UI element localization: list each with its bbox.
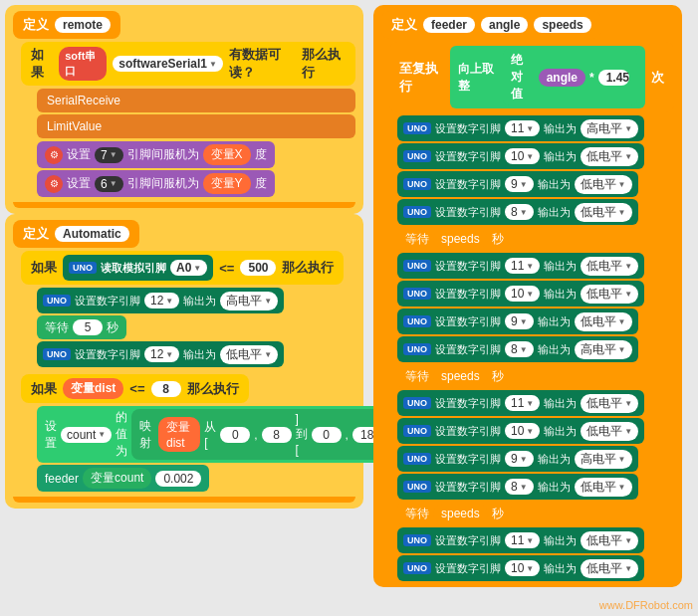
high-dd[interactable]: 高电平 xyxy=(220,292,278,310)
r4-pin10-dd[interactable]: 10 xyxy=(505,560,540,576)
r3-level9-dd[interactable]: 高电平 xyxy=(575,450,632,469)
r2-pin9-low: UNO 设置数字引脚 9 输出为 低电平 xyxy=(397,308,638,334)
pin12-dd[interactable]: 12 xyxy=(144,293,179,308)
set-dig-12b: 设置数字引脚 xyxy=(75,347,140,362)
r1-pin9-low: UNO 设置数字引脚 9 输出为 低电平 xyxy=(397,171,638,197)
wait1-label: 等待 xyxy=(405,231,429,248)
mult-val[interactable]: 1.45 xyxy=(598,70,629,86)
uno-icon-3: UNO xyxy=(43,348,71,360)
r2-level10-dd[interactable]: 低电平 xyxy=(581,285,638,304)
r2-level8-dd[interactable]: 高电平 xyxy=(575,340,632,359)
count-dd[interactable]: count xyxy=(61,427,112,443)
servo-mid-1: 引脚间服机为 xyxy=(127,146,199,163)
then-label: 那么执行 xyxy=(302,46,346,82)
if2-label: 如果 xyxy=(31,380,57,398)
wait-label-1: 等待 xyxy=(45,319,69,336)
uno-r3-3: UNO xyxy=(403,453,431,465)
to-0[interactable]: 0 xyxy=(312,427,342,443)
a0-dropdown[interactable]: A0 xyxy=(170,260,207,276)
angle-name[interactable]: angle xyxy=(481,17,528,33)
feeder-section: 定义 feeder angle speeds 至复执行 向上取整 绝对值 ang… xyxy=(373,5,682,587)
r3-pin8-dd[interactable]: 8 xyxy=(505,479,534,495)
r3-level11-dd[interactable]: 低电平 xyxy=(581,394,638,413)
sec2: 秒 xyxy=(492,368,504,385)
servo-icon-2: ⚙ xyxy=(45,175,63,193)
abs-label: 绝对值 xyxy=(511,52,535,103)
r3-pin9-dd[interactable]: 9 xyxy=(505,451,534,467)
feeder-name[interactable]: feeder xyxy=(423,17,475,33)
r4-level11-dd[interactable]: 低电平 xyxy=(581,531,638,550)
uno-r1-3: UNO xyxy=(403,178,431,190)
val-500[interactable]: 500 xyxy=(240,260,276,276)
r3-pin10-low: UNO 设置数字引脚 10 输出为 低电平 xyxy=(397,418,644,444)
watermark: www.DFRobot.com xyxy=(599,599,693,611)
r4-level10-dd[interactable]: 低电平 xyxy=(581,559,638,578)
wait3-label: 等待 xyxy=(405,506,429,522)
mult: * xyxy=(589,71,594,85)
serial-port-dropdown[interactable]: softwareSerial1 xyxy=(113,56,223,72)
repeat-label: 至复执行 xyxy=(399,60,444,96)
r1-pin11-dd[interactable]: 11 xyxy=(505,120,540,136)
val-0002[interactable]: 0.002 xyxy=(155,471,201,487)
r4-pin11-dd[interactable]: 11 xyxy=(505,532,540,548)
val-8[interactable]: 8 xyxy=(151,381,181,397)
repeat-block: 至复执行 向上取整 绝对值 angle * 1.45 次 xyxy=(389,42,674,112)
r1-pin10-dd[interactable]: 10 xyxy=(505,148,540,164)
uno-r1-2: UNO xyxy=(403,150,431,162)
servo-pin-2[interactable]: 6 xyxy=(95,176,123,192)
wait-speeds-3: 等待 speeds 秒 xyxy=(397,502,512,525)
r1-pin11-high: UNO 设置数字引脚 11 输出为 高电平 xyxy=(397,115,644,141)
angle-var-pill: angle xyxy=(539,69,585,87)
r3-level10-dd[interactable]: 低电平 xyxy=(581,422,638,441)
serial-receive-block: SerialReceive xyxy=(37,89,355,112)
output-low-label: 输出为 xyxy=(183,347,216,362)
automatic-name[interactable]: Automatic xyxy=(55,226,129,242)
r2-level11-dd[interactable]: 低电平 xyxy=(581,257,638,276)
r1-level11-dd[interactable]: 高电平 xyxy=(581,119,638,138)
servo-pin-1[interactable]: 7 xyxy=(95,147,123,163)
var-dist2-pill: 变量dist xyxy=(158,417,200,452)
speeds-name[interactable]: speeds xyxy=(534,17,590,33)
uno-r1-4: UNO xyxy=(403,206,431,218)
set-dig-12: 设置数字引脚 xyxy=(75,294,140,308)
pin12b-dd[interactable]: 12 xyxy=(144,346,179,362)
r1-pin9-dd[interactable]: 9 xyxy=(505,176,534,192)
serial-receive-label: SerialReceive xyxy=(47,94,120,107)
uno-r4-2: UNO xyxy=(403,562,431,574)
r2-pin8-dd[interactable]: 8 xyxy=(505,341,534,357)
ceil-block: 向上取整 绝对值 angle * 1.45 xyxy=(450,46,645,108)
from-label: 从[ xyxy=(204,419,216,450)
r1-level8-dd[interactable]: 低电平 xyxy=(575,203,632,222)
uno-r2-4: UNO xyxy=(403,343,431,355)
feeder-label: feeder xyxy=(45,472,79,486)
uno-r4-1: UNO xyxy=(403,534,431,546)
r2-pin9-dd[interactable]: 9 xyxy=(505,313,534,329)
r3-pin10-dd[interactable]: 10 xyxy=(505,423,540,439)
uno-r1-1: UNO xyxy=(403,122,431,134)
if-analog-block: 如果 UNO 读取模拟引脚 A0 <= 500 那么执行 xyxy=(21,251,344,285)
from-0[interactable]: 0 xyxy=(220,427,250,443)
wait-5-val[interactable]: 5 xyxy=(73,319,103,335)
r2-pin10-dd[interactable]: 10 xyxy=(505,286,540,302)
from-8[interactable]: 8 xyxy=(262,427,292,443)
var-y-pill[interactable]: 变量Y xyxy=(203,173,251,194)
var-count-pill: 变量count xyxy=(83,468,151,489)
r1-level10-dd[interactable]: 低电平 xyxy=(581,147,638,166)
lte-1: <= xyxy=(219,261,234,276)
r3-level8-dd[interactable]: 低电平 xyxy=(575,478,632,497)
var-x-pill[interactable]: 变量X xyxy=(203,144,251,165)
remote-name[interactable]: remote xyxy=(55,17,111,33)
uno-r2-3: UNO xyxy=(403,315,431,327)
r2-level9-dd[interactable]: 低电平 xyxy=(575,312,632,331)
r2-pin11-dd[interactable]: 11 xyxy=(505,258,540,274)
var-dist-pill: 变量dist xyxy=(63,378,123,399)
times-label: 次 xyxy=(651,69,664,87)
r1-level9-dd[interactable]: 低电平 xyxy=(575,175,632,194)
automatic-section: 定义 Automatic 如果 UNO 读取模拟引脚 A0 <= 500 那么执… xyxy=(5,214,363,509)
low-dd[interactable]: 低电平 xyxy=(220,345,278,364)
r1-pin8-dd[interactable]: 8 xyxy=(505,204,534,220)
set-count-block: 设置 count 的值为 映射 变量dist 从[ 0 , 8 ]到[ 0 xyxy=(37,406,408,463)
r3-pin11-dd[interactable]: 11 xyxy=(505,395,540,411)
servo-block-2: ⚙ 设置 6 引脚间服机为 变量Y 度 xyxy=(37,170,275,197)
r3-pin9-high: UNO 设置数字引脚 9 输出为 高电平 xyxy=(397,446,638,472)
